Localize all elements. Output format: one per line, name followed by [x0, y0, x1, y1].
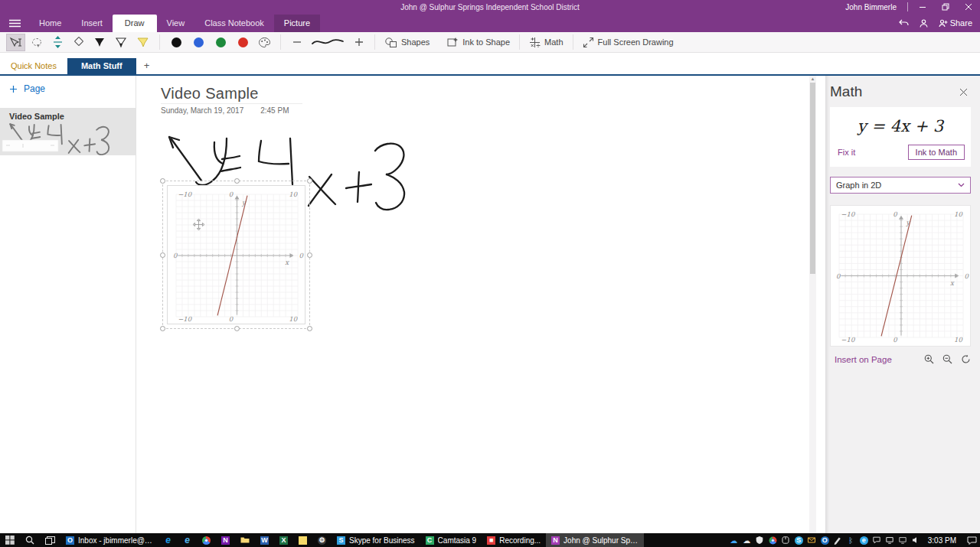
- chrome-icon[interactable]: [766, 533, 779, 547]
- full-screen-drawing-button[interactable]: Full Screen Drawing: [580, 34, 676, 51]
- math-button[interactable]: Math: [527, 34, 565, 51]
- tab-home[interactable]: Home: [29, 15, 71, 32]
- skype-business-task[interactable]: SSkype for Business: [332, 533, 420, 547]
- edge[interactable]: e: [158, 533, 178, 547]
- page-list-item[interactable]: Video Sample: [0, 108, 136, 155]
- graph-mode-dropdown[interactable]: Graph in 2D: [830, 177, 971, 194]
- refresh-icon[interactable]: [961, 354, 971, 364]
- svg-text:0: 0: [836, 272, 841, 280]
- onedrive-icon[interactable]: ☁: [727, 533, 740, 547]
- ink-to-math-button[interactable]: Ink to Math: [908, 145, 965, 160]
- tab-view[interactable]: View: [157, 15, 195, 32]
- excel[interactable]: X: [274, 533, 293, 547]
- undo-icon[interactable]: [899, 19, 909, 28]
- thickness-decrease-button[interactable]: [288, 34, 305, 51]
- ink-to-shape-button[interactable]: Ink to Shape: [444, 34, 512, 51]
- selection-handle[interactable]: [234, 178, 240, 184]
- tab-draw[interactable]: Draw: [113, 15, 157, 32]
- pencil-tool[interactable]: [112, 34, 130, 51]
- restore-button[interactable]: [934, 0, 957, 14]
- chrome[interactable]: [197, 533, 216, 547]
- defender-icon[interactable]: [753, 533, 766, 547]
- select-type-tool[interactable]: [6, 34, 25, 51]
- internet-explorer[interactable]: e: [178, 533, 197, 547]
- mouse-icon[interactable]: [779, 533, 792, 547]
- add-page-button[interactable]: Page: [0, 76, 136, 102]
- svg-text:−10: −10: [178, 315, 192, 323]
- skype-business-task-icon: S: [337, 536, 345, 545]
- shapes-button[interactable]: Shapes: [382, 34, 432, 51]
- network-display-icon[interactable]: [884, 533, 897, 547]
- page-list-sidebar: Page Video Sample: [0, 76, 136, 533]
- outlook-task[interactable]: OInbox - jbimmerle@ss...: [60, 533, 158, 547]
- badge-icon[interactable]: [871, 533, 884, 547]
- fix-it-link[interactable]: Fix it: [838, 148, 855, 157]
- selection-handle[interactable]: [160, 252, 165, 258]
- file-explorer[interactable]: [235, 533, 255, 547]
- close-panel-icon[interactable]: [956, 86, 971, 98]
- tab-picture[interactable]: Picture: [274, 15, 320, 32]
- selection-handle[interactable]: [160, 178, 165, 184]
- start-button[interactable]: [0, 533, 20, 547]
- green-pen-color[interactable]: [216, 37, 226, 47]
- zoom-out-icon[interactable]: [942, 354, 952, 364]
- divider: [519, 34, 520, 50]
- eraser-tool[interactable]: [70, 34, 87, 51]
- ink-spacing-tool[interactable]: [49, 34, 67, 51]
- close-button[interactable]: [957, 0, 980, 14]
- volume-icon[interactable]: [910, 533, 923, 547]
- minimize-button[interactable]: [911, 0, 934, 14]
- scroll-up-arrow[interactable]: ▲: [809, 77, 816, 81]
- settings[interactable]: ⚙: [312, 533, 332, 547]
- excel-icon: X: [279, 536, 288, 545]
- selection-handle[interactable]: [307, 326, 312, 331]
- display-icon[interactable]: [897, 533, 910, 547]
- share-button[interactable]: Share: [939, 18, 972, 28]
- bluetooth-icon[interactable]: ᛒ: [844, 533, 858, 547]
- outlook-task-icon: O: [66, 536, 74, 545]
- menu-icon[interactable]: [0, 14, 29, 32]
- selection-handle[interactable]: [307, 178, 312, 184]
- black-pen-color[interactable]: [172, 37, 181, 47]
- red-pen-color[interactable]: [238, 37, 248, 47]
- taskbar-clock[interactable]: 3:03 PM: [923, 536, 963, 545]
- camtasia-task[interactable]: CCamtasia 9: [420, 533, 482, 547]
- tab-insert[interactable]: Insert: [71, 15, 113, 32]
- action-center-icon[interactable]: [963, 533, 980, 547]
- scrollbar-thumb[interactable]: [810, 83, 815, 274]
- zoom-in-icon[interactable]: [924, 354, 934, 364]
- word[interactable]: W: [255, 533, 274, 547]
- blue-pen-color[interactable]: [194, 37, 204, 47]
- account-icon[interactable]: [920, 19, 928, 28]
- add-section-button[interactable]: +: [136, 57, 158, 74]
- canvas-scrollbar[interactable]: ▲: [809, 76, 816, 533]
- highlighter-tool[interactable]: [133, 34, 152, 51]
- sticky-notes[interactable]: [293, 533, 312, 547]
- tab-class-notebook[interactable]: Class Notebook: [194, 15, 274, 32]
- math-panel: Math y = 4x + 3 Fix it Ink to Math Graph…: [825, 76, 980, 533]
- recording-task[interactable]: ■Recording...: [482, 533, 546, 547]
- section-math-stuff[interactable]: Math Stuff: [67, 58, 136, 74]
- page-canvas[interactable]: Video Sample Sunday, March 19, 20172:45 …: [136, 76, 809, 533]
- selection-handle[interactable]: [160, 326, 165, 331]
- color-palette-tool[interactable]: [256, 34, 273, 51]
- selection-handle[interactable]: [234, 326, 240, 331]
- mail-icon[interactable]: [805, 533, 818, 547]
- graph-2d: −1001000−10010yx: [168, 186, 306, 325]
- ie-icon[interactable]: e: [858, 533, 871, 547]
- section-quick-notes[interactable]: Quick Notes: [0, 58, 67, 74]
- onenote[interactable]: N: [216, 533, 235, 547]
- outlook-icon[interactable]: O: [818, 533, 831, 547]
- inserted-graph-object[interactable]: −1001000−10010yx: [162, 181, 310, 329]
- skype-icon[interactable]: S: [792, 533, 805, 547]
- selection-handle[interactable]: [307, 252, 312, 258]
- task-view-icon[interactable]: [40, 533, 60, 547]
- pen-tool[interactable]: [90, 34, 109, 51]
- cloud-icon[interactable]: ☁: [740, 533, 753, 547]
- insert-on-page-link[interactable]: Insert on Page: [830, 355, 916, 364]
- search-icon[interactable]: [20, 533, 40, 547]
- pen-icon[interactable]: [831, 533, 844, 547]
- onenote-active-task[interactable]: NJohn @ Sulphur Sprin...: [546, 533, 644, 547]
- lasso-select-tool[interactable]: [28, 34, 46, 51]
- thickness-increase-button[interactable]: [350, 34, 368, 51]
